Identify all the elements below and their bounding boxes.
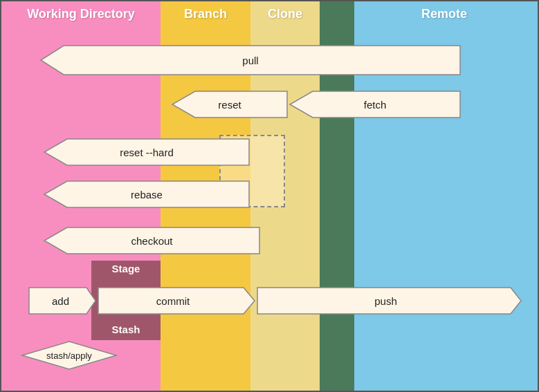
rebase-arrow: rebase: [43, 180, 250, 209]
stash-apply-shape: stash/apply: [21, 340, 118, 371]
fetch-arrow: fetch: [289, 90, 462, 119]
reset-hard-arrow: reset --hard: [43, 138, 250, 167]
header-clone: Clone: [247, 7, 323, 21]
reset-arrow: reset: [171, 90, 289, 119]
checkout-label: checkout: [43, 226, 261, 255]
header-remote: Remote: [354, 7, 534, 21]
header-branch: Branch: [161, 7, 250, 21]
checkout-arrow: checkout: [43, 226, 261, 255]
commit-arrow: commit: [97, 286, 256, 315]
header-working-directory: Working Directory: [8, 7, 154, 21]
stash-apply-label: stash/apply: [21, 340, 118, 371]
fetch-label: fetch: [289, 90, 462, 119]
push-label: push: [256, 286, 515, 315]
reset-label: reset: [171, 90, 289, 119]
diagram: Working Directory Branch Clone Remote St…: [0, 0, 539, 392]
add-arrow: add: [28, 286, 97, 315]
stage-label: Stage: [95, 263, 157, 274]
add-label: add: [28, 286, 93, 315]
rebase-label: rebase: [43, 180, 250, 209]
pull-arrow: pull: [39, 44, 462, 76]
push-arrow: push: [256, 286, 522, 315]
reset-hard-label: reset --hard: [43, 138, 250, 167]
commit-label: commit: [97, 286, 249, 315]
pull-label: pull: [39, 44, 462, 76]
stash-label: Stash: [95, 324, 157, 335]
